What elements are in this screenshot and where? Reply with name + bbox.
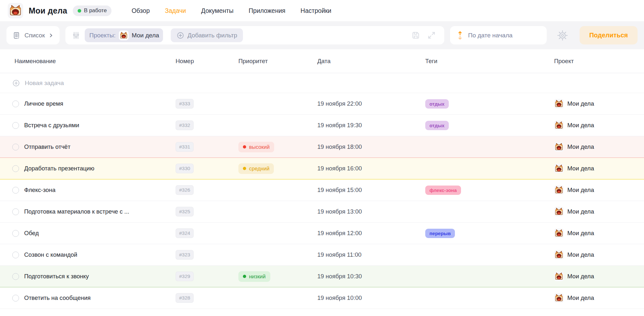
task-date[interactable]: 19 ноября 12:00 xyxy=(317,230,362,237)
task-checkbox[interactable] xyxy=(12,144,19,150)
task-project[interactable]: Мои дела xyxy=(554,228,644,238)
task-checkbox[interactable] xyxy=(12,187,19,194)
task-project[interactable]: Мои дела xyxy=(554,142,644,152)
sort-control[interactable]: По дате начала xyxy=(450,26,547,44)
task-name[interactable]: Обед xyxy=(24,230,39,237)
task-row[interactable]: Созвон с командой #323 19 ноября 11:00 М… xyxy=(0,244,644,266)
plus-circle-icon xyxy=(177,32,184,39)
task-checkbox[interactable] xyxy=(12,101,19,107)
toolbar: Список Проекты: Мои дела Добавить фил xyxy=(0,21,644,49)
new-task-label: Новая задача xyxy=(25,80,64,87)
task-checkbox[interactable] xyxy=(12,122,19,129)
task-project[interactable]: Мои дела xyxy=(554,272,644,281)
task-checkbox[interactable] xyxy=(12,230,19,237)
task-date[interactable]: 19 ноября 11:00 xyxy=(317,251,361,258)
task-tags: перерыв xyxy=(425,229,554,238)
task-name[interactable]: Подготовиться к звонку xyxy=(24,273,89,280)
save-view-icon[interactable] xyxy=(411,31,420,40)
project-name: Мои дела xyxy=(567,230,594,237)
task-number: #324 xyxy=(176,228,194,238)
tag-badge[interactable]: перерыв xyxy=(425,229,455,238)
task-name[interactable]: Личное время xyxy=(24,100,63,107)
priority-badge[interactable]: высокий xyxy=(238,142,274,152)
task-row[interactable]: Подготовиться к звонку #329 низкий 19 но… xyxy=(0,266,644,287)
task-checkbox[interactable] xyxy=(12,273,19,280)
task-name[interactable]: Подготовка материалов к встрече с ... xyxy=(24,208,129,215)
task-date[interactable]: 19 ноября 13:00 xyxy=(317,208,362,215)
project-icon xyxy=(554,228,564,238)
share-button[interactable]: Поделиться xyxy=(580,26,638,44)
task-name[interactable]: Отправить отчёт xyxy=(24,143,71,150)
task-project[interactable]: Мои дела xyxy=(554,185,644,195)
task-project[interactable]: Мои дела xyxy=(554,293,644,303)
add-filter-button[interactable]: Добавить фильтр xyxy=(171,28,243,42)
nav-tab-приложения[interactable]: Приложения xyxy=(249,6,285,16)
task-project[interactable]: Мои дела xyxy=(554,120,644,130)
tag-badge[interactable]: отдых xyxy=(425,121,449,130)
task-row[interactable]: Встреча с друзьями #332 19 ноября 19:30 … xyxy=(0,115,644,136)
task-date[interactable]: 19 ноября 19:30 xyxy=(317,122,362,129)
task-project[interactable]: Мои дела xyxy=(554,250,644,260)
column-header-name[interactable]: Наименование xyxy=(0,58,176,65)
priority-badge[interactable]: средний xyxy=(238,163,274,174)
task-row[interactable]: Обед #324 19 ноября 12:00 перерыв Мои де… xyxy=(0,223,644,244)
new-task-row[interactable]: Новая задача xyxy=(0,73,644,93)
task-date[interactable]: 19 ноября 18:00 xyxy=(317,143,362,150)
task-number: #332 xyxy=(176,120,194,130)
nav-tab-документы[interactable]: Документы xyxy=(201,6,234,16)
task-number: #323 xyxy=(176,250,194,260)
workspace-logo[interactable] xyxy=(8,3,23,18)
project-name: Мои дела xyxy=(567,143,594,150)
projects-filter-label: Проекты: xyxy=(89,32,116,39)
task-date[interactable]: 19 ноября 15:00 xyxy=(317,187,362,194)
task-project[interactable]: Мои дела xyxy=(554,207,644,216)
task-checkbox[interactable] xyxy=(12,252,19,258)
fox-mascot-icon xyxy=(120,32,128,39)
task-date[interactable]: 19 ноября 10:00 xyxy=(317,294,362,302)
task-row[interactable]: Подготовка материалов к встрече с ... #3… xyxy=(0,201,644,223)
status-badge[interactable]: В работе xyxy=(73,5,112,16)
task-row[interactable]: Флекс-зона #326 19 ноября 15:00 флекс-зо… xyxy=(0,179,644,201)
column-header-priority[interactable]: Приоритет xyxy=(238,58,317,65)
filters-icon[interactable] xyxy=(72,31,80,40)
task-name[interactable]: Доработать презентацию xyxy=(24,165,94,172)
project-name: Мои дела xyxy=(567,251,594,258)
task-row[interactable]: Личное время #333 19 ноября 22:00 отдых … xyxy=(0,93,644,115)
nav-tab-обзор[interactable]: Обзор xyxy=(131,6,149,16)
nav-tab-задачи[interactable]: Задачи xyxy=(165,6,186,16)
task-checkbox[interactable] xyxy=(12,295,19,302)
settings-gear-icon[interactable] xyxy=(556,29,569,42)
column-header-date[interactable]: Дата xyxy=(317,58,425,65)
task-name[interactable]: Созвон с командой xyxy=(24,251,77,258)
project-name: Мои дела xyxy=(567,208,594,215)
task-checkbox[interactable] xyxy=(12,208,19,215)
project-name: Мои дела xyxy=(567,100,594,107)
column-header-tags[interactable]: Теги xyxy=(425,58,554,65)
task-project[interactable]: Мои дела xyxy=(554,99,644,109)
tag-badge[interactable]: флекс-зона xyxy=(425,186,461,195)
task-name[interactable]: Флекс-зона xyxy=(24,187,55,194)
fox-mascot-icon xyxy=(555,207,563,216)
task-row[interactable]: Доработать презентацию #330 средний 19 н… xyxy=(0,158,644,179)
task-name[interactable]: Встреча с друзьями xyxy=(24,122,79,129)
fullscreen-icon[interactable] xyxy=(427,31,436,40)
task-row[interactable]: Отправить отчёт #331 высокий 19 ноября 1… xyxy=(0,136,644,158)
priority-badge[interactable]: низкий xyxy=(238,271,270,282)
task-name[interactable]: Ответить на сообщения xyxy=(24,294,91,302)
projects-filter-chip[interactable]: Проекты: Мои дела xyxy=(85,28,163,42)
nav-tab-настройки[interactable]: Настройки xyxy=(301,6,332,16)
task-date[interactable]: 19 ноября 22:00 xyxy=(317,100,362,107)
project-icon xyxy=(554,207,564,216)
priority-dot-icon xyxy=(243,275,246,278)
task-date[interactable]: 19 ноября 10:30 xyxy=(317,273,362,280)
task-checkbox[interactable] xyxy=(12,165,19,172)
column-header-number[interactable]: Номер xyxy=(176,58,238,65)
task-date[interactable]: 19 ноября 16:00 xyxy=(317,165,362,172)
project-icon xyxy=(554,250,564,260)
priority-dot-icon xyxy=(243,167,246,170)
task-row[interactable]: Ответить на сообщения #328 19 ноября 10:… xyxy=(0,287,644,309)
tag-badge[interactable]: отдых xyxy=(425,99,449,109)
column-header-project[interactable]: Проект xyxy=(554,58,644,65)
view-switcher-button[interactable]: Список xyxy=(6,26,60,44)
task-project[interactable]: Мои дела xyxy=(554,164,644,173)
